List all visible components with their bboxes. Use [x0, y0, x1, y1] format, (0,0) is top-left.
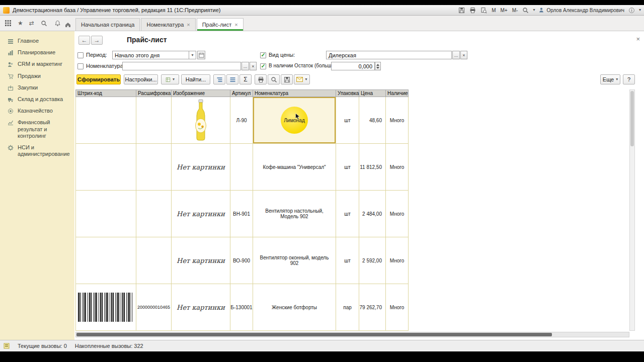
- nomenclature-checkbox[interactable]: [77, 63, 84, 69]
- cell-stock[interactable]: Много: [386, 191, 409, 237]
- price-type-choose-button[interactable]: ...: [452, 51, 460, 59]
- cell-stock[interactable]: Много: [386, 144, 409, 191]
- cell-price[interactable]: 11 812,50: [359, 144, 386, 191]
- tab-close-icon[interactable]: ×: [234, 22, 237, 28]
- cell-nomenclature[interactable]: Женские ботфорты: [253, 284, 336, 331]
- cell-nomenclature[interactable]: Кофе-машина "Универсал": [253, 144, 336, 191]
- price-type-clear-button[interactable]: ×: [460, 51, 467, 59]
- sidebar-item-sales[interactable]: Продажи: [0, 70, 74, 82]
- cell-nomenclature[interactable]: Вентилятор настольный, Модель 902: [253, 191, 336, 237]
- memory-mminus-button[interactable]: M-: [512, 8, 519, 13]
- generate-button[interactable]: Сформировать: [76, 74, 121, 84]
- sidebar-item-planning[interactable]: Планирование: [0, 47, 74, 58]
- cell-nomenclature[interactable]: Вентилятор оконный, модель 902: [253, 237, 336, 284]
- tab-nomenclature[interactable]: Номенклатура ×: [141, 18, 195, 31]
- col-nomenclature[interactable]: Номенклатура: [253, 89, 336, 97]
- form-close-icon[interactable]: ×: [636, 35, 640, 43]
- totals-button[interactable]: Σ: [239, 74, 252, 84]
- cell-price[interactable]: 48,60: [359, 97, 386, 144]
- cell-stock[interactable]: Много: [386, 97, 409, 144]
- preview-button[interactable]: [268, 74, 280, 84]
- titlebar-caret-icon[interactable]: ▾: [639, 8, 641, 12]
- cell-price[interactable]: 79 262,70: [359, 284, 386, 331]
- app-menu-icon[interactable]: [4, 20, 12, 27]
- nomenclature-choose-button[interactable]: ...: [242, 62, 249, 70]
- stock-checkbox[interactable]: ✓: [260, 63, 266, 69]
- cell-pack[interactable]: шт: [336, 144, 359, 191]
- memory-mplus-button[interactable]: M+: [500, 8, 508, 13]
- cell-pack[interactable]: шт: [336, 191, 359, 237]
- cell-stock[interactable]: Много: [386, 284, 409, 331]
- notifications-bell-icon[interactable]: [54, 20, 61, 27]
- send-mail-button[interactable]: ▾: [294, 74, 310, 84]
- cell-barcode[interactable]: [75, 284, 136, 331]
- search-icon[interactable]: [40, 20, 48, 27]
- cell-pack[interactable]: пар: [336, 284, 359, 331]
- back-button[interactable]: ←: [78, 36, 90, 45]
- nomenclature-clear-button[interactable]: ×: [250, 62, 257, 70]
- period-checkbox[interactable]: [77, 52, 84, 58]
- cell-pack[interactable]: шт: [336, 237, 359, 284]
- cell-decode[interactable]: 2000000010465: [136, 284, 172, 331]
- zoom-caret-icon[interactable]: ▾: [533, 8, 535, 12]
- info-icon[interactable]: [628, 7, 635, 14]
- sidebar-item-main[interactable]: Главное: [0, 35, 74, 47]
- sidebar-item-purchases[interactable]: Закупки: [0, 82, 74, 94]
- cell-article[interactable]: Л-90: [230, 97, 253, 144]
- period-dropdown-icon[interactable]: ▾: [189, 51, 196, 59]
- period-input[interactable]: Начало этого дня ▾: [112, 51, 196, 59]
- col-barcode[interactable]: Штрих-код: [75, 89, 136, 97]
- sidebar-item-treasury[interactable]: Казначейство: [0, 105, 74, 117]
- cell-nomenclature-selected[interactable]: Лимонад: [253, 97, 336, 144]
- cell-article[interactable]: [230, 144, 253, 191]
- cell-article[interactable]: ВН-901: [230, 191, 253, 237]
- cell-image[interactable]: [172, 97, 230, 144]
- cell-decode[interactable]: [136, 97, 172, 144]
- help-button[interactable]: ?: [623, 74, 635, 84]
- print-icon[interactable]: [469, 7, 476, 14]
- horizontal-scrollbar-thumb[interactable]: [76, 333, 552, 336]
- history-swap-icon[interactable]: ⇄: [29, 20, 34, 26]
- forward-button[interactable]: →: [91, 36, 103, 45]
- cell-price[interactable]: 2 592,00: [359, 237, 386, 284]
- find-button[interactable]: Найти...: [181, 74, 210, 84]
- tab-close-icon[interactable]: ×: [187, 22, 190, 28]
- stock-spinner[interactable]: [375, 62, 381, 70]
- cell-price[interactable]: 2 484,00: [359, 191, 386, 237]
- cell-pack[interactable]: шт: [336, 97, 359, 144]
- sidebar-item-crm[interactable]: CRM и маркетинг: [0, 58, 74, 70]
- price-type-checkbox[interactable]: ✓: [260, 52, 266, 58]
- zoom-icon[interactable]: [522, 7, 529, 14]
- cell-barcode[interactable]: [75, 237, 136, 284]
- col-article[interactable]: Артикул: [230, 89, 253, 97]
- col-stock[interactable]: Наличие: [386, 89, 409, 97]
- cell-barcode[interactable]: [75, 144, 136, 191]
- vertical-scrollbar-thumb[interactable]: [630, 91, 634, 146]
- cell-decode[interactable]: [136, 191, 172, 237]
- cell-article[interactable]: ВО-900: [230, 237, 253, 284]
- favorites-star-icon[interactable]: ★: [18, 20, 23, 26]
- cell-decode[interactable]: [136, 237, 172, 284]
- print-button[interactable]: [255, 74, 267, 84]
- sidebar-item-finance[interactable]: Финансовый результат и контролинг: [0, 117, 74, 142]
- calendar-button[interactable]: [197, 51, 205, 59]
- collapse-groups-button[interactable]: [213, 74, 225, 84]
- cell-image[interactable]: Нет картинки: [172, 237, 230, 284]
- cell-image[interactable]: Нет картинки: [172, 191, 230, 237]
- nomenclature-input[interactable]: [122, 62, 241, 70]
- tab-start-page[interactable]: Начальная страница: [75, 18, 140, 31]
- cell-article[interactable]: Б-130001: [230, 284, 253, 331]
- cell-image[interactable]: Нет картинки: [172, 284, 230, 331]
- sidebar-item-warehouse[interactable]: Склад и доставка: [0, 94, 74, 105]
- save-file-button[interactable]: [281, 74, 293, 84]
- more-button[interactable]: Еще▾: [600, 74, 620, 84]
- cell-decode[interactable]: [136, 144, 172, 191]
- vertical-scrollbar[interactable]: [629, 89, 635, 331]
- price-type-input[interactable]: Дилерская: [326, 51, 452, 59]
- current-user[interactable]: Орлов Александр Владимирович: [538, 7, 624, 13]
- cell-barcode[interactable]: [75, 97, 136, 144]
- col-image[interactable]: Изображение: [172, 89, 230, 97]
- memory-m-button[interactable]: M: [491, 8, 496, 13]
- col-decode[interactable]: Расшифровка: [136, 89, 172, 97]
- report-variants-button[interactable]: ▾: [161, 74, 179, 84]
